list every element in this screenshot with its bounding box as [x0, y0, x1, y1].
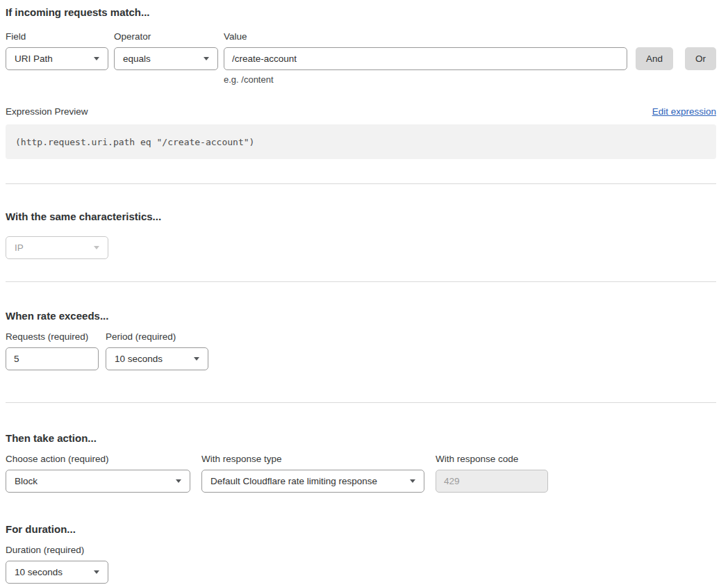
logic-buttons: And Or	[636, 31, 716, 85]
or-button[interactable]: Or	[685, 47, 716, 70]
characteristic-select-value: IP	[15, 242, 24, 253]
and-button[interactable]: And	[636, 47, 673, 70]
duration-label: Duration (required)	[6, 544, 108, 556]
chevron-down-icon	[176, 479, 181, 483]
field-column: Field URI Path	[6, 31, 108, 85]
field-select[interactable]: URI Path	[6, 47, 108, 70]
value-input[interactable]	[224, 47, 627, 70]
value-hint: e.g. /content	[224, 74, 627, 85]
duration-select-value: 10 seconds	[15, 567, 63, 577]
choose-action-label: Choose action (required)	[6, 453, 190, 465]
characteristics-section: With the same characteristics... IP	[6, 210, 716, 259]
chevron-down-icon	[94, 570, 99, 574]
match-section-title: If incoming requests match...	[6, 6, 716, 19]
edit-expression-link[interactable]: Edit expression	[652, 106, 716, 117]
requests-input[interactable]	[6, 347, 99, 370]
duration-select[interactable]: 10 seconds	[6, 561, 108, 584]
response-type-select[interactable]: Default Cloudflare rate limiting respons…	[201, 470, 424, 493]
section-divider	[6, 402, 716, 403]
chevron-down-icon	[94, 246, 99, 249]
rate-section-title: When rate exceeds...	[6, 309, 716, 322]
period-label: Period (required)	[106, 331, 208, 343]
chevron-down-icon	[94, 57, 99, 60]
action-select[interactable]: Block	[6, 470, 190, 493]
response-code-label: With response code	[436, 453, 548, 465]
period-select-value: 10 seconds	[115, 354, 163, 364]
response-code-column: With response code	[436, 453, 548, 493]
chevron-down-icon	[410, 479, 415, 483]
characteristics-section-title: With the same characteristics...	[6, 210, 716, 223]
characteristic-select: IP	[6, 236, 108, 259]
action-column: Choose action (required) Block	[6, 453, 190, 493]
response-type-select-value: Default Cloudflare rate limiting respons…	[210, 476, 377, 486]
expression-preview-code: (http.request.uri.path eq "/create-accou…	[6, 124, 716, 159]
section-divider	[6, 183, 716, 184]
rate-row: Requests (required) Period (required) 10…	[6, 331, 716, 370]
match-expression-row: Field URI Path Operator equals Value e.g…	[6, 31, 716, 85]
rate-limiting-rule-form: If incoming requests match... Field URI …	[0, 0, 728, 585]
section-divider	[6, 281, 716, 282]
match-section: If incoming requests match... Field URI …	[6, 6, 716, 159]
field-label: Field	[6, 31, 108, 42]
response-code-input	[436, 470, 548, 493]
expression-preview-label: Expression Preview	[6, 106, 88, 117]
response-type-label: With response type	[201, 453, 424, 465]
requests-column: Requests (required)	[6, 331, 99, 370]
action-section-title: Then take action...	[6, 431, 716, 445]
value-column: Value e.g. /content	[224, 31, 627, 85]
operator-column: Operator equals	[114, 31, 218, 85]
duration-section-title: For duration...	[6, 522, 716, 536]
period-select[interactable]: 10 seconds	[106, 347, 208, 370]
action-section: Then take action... Choose action (requi…	[6, 431, 716, 584]
requests-label: Requests (required)	[6, 331, 99, 343]
expression-preview-header: Expression Preview Edit expression	[6, 106, 716, 117]
operator-select-value: equals	[123, 53, 151, 64]
chevron-down-icon	[194, 357, 199, 361]
action-row: Choose action (required) Block With resp…	[6, 453, 716, 493]
chevron-down-icon	[204, 57, 209, 60]
operator-select[interactable]: equals	[114, 47, 218, 70]
response-type-column: With response type Default Cloudflare ra…	[201, 453, 424, 493]
value-label: Value	[224, 31, 627, 42]
duration-column: Duration (required) 10 seconds	[6, 544, 108, 584]
field-select-value: URI Path	[15, 53, 53, 64]
action-select-value: Block	[15, 476, 38, 486]
rate-section: When rate exceeds... Requests (required)…	[6, 309, 716, 370]
operator-label: Operator	[114, 31, 218, 42]
period-column: Period (required) 10 seconds	[106, 331, 208, 370]
